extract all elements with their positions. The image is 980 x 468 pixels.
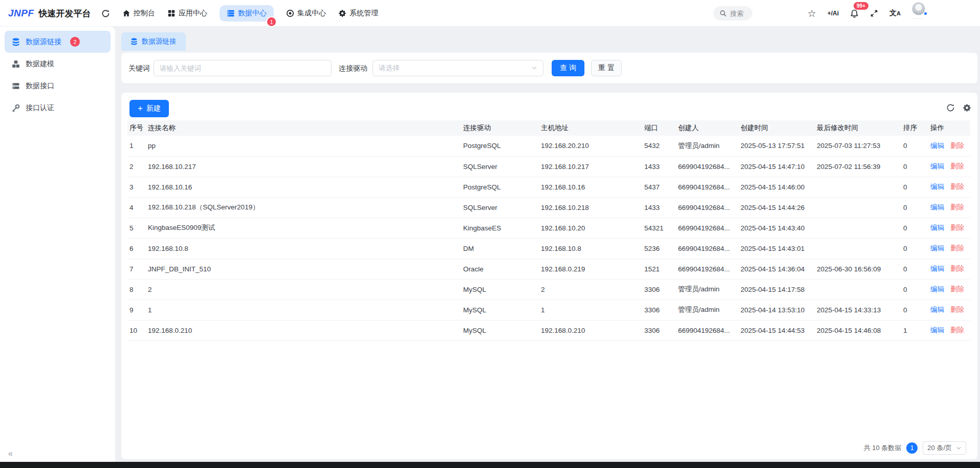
cell-actions: 编辑删除 [930,279,970,300]
keyword-label: 关键词 [128,53,150,83]
edit-link[interactable]: 编辑 [930,244,944,252]
cell-name: 192.168.10.218（SQLServer2019） [148,197,463,218]
driver-select[interactable]: 请选择 [373,60,543,76]
nav-item-system-management[interactable]: 系统管理 [338,9,378,18]
col-host: 主机地址 [541,120,644,136]
integration-icon [286,9,294,17]
table-settings-gear-icon[interactable] [963,103,971,112]
ai-assistant-icon[interactable]: +/Ai [827,10,839,17]
edit-link[interactable]: 编辑 [930,326,944,334]
database-icon [130,38,138,45]
cell-sort: 0 [903,156,930,177]
table-tools [946,103,971,112]
favorites-star-icon[interactable]: ☆ [808,9,816,18]
sidebar-menu: 数据源链接 2 数据建模 数据接口 接口认证 [0,27,115,119]
notifications-bell-icon[interactable]: 99+ [850,9,859,18]
nav-item-console[interactable]: 控制台 [122,9,155,18]
sidebar-badge: 2 [70,37,80,47]
cell-host: 192.168.0.210 [541,320,644,341]
sidebar-item-data-api[interactable]: 数据接口 [5,75,111,97]
nav-item-integration-center[interactable]: 集成中心 [286,9,326,18]
refresh-icon[interactable] [101,9,110,18]
gear-icon [338,9,346,17]
delete-link[interactable]: 删除 [950,244,964,252]
search-input[interactable] [730,10,751,17]
delete-link[interactable]: 删除 [950,326,964,334]
cell-index: 4 [127,197,148,218]
sidebar-item-data-modeling[interactable]: 数据建模 [5,53,111,75]
cell-created: 2025-04-14 13:53:10 [741,300,817,320]
cubes-icon [12,60,20,68]
table-row: 4 192.168.10.218（SQLServer2019） SQLServe… [127,197,970,218]
bottom-taskbar-strip [0,462,980,468]
table-row: 6 192.168.10.8 DM 192.168.10.8 5236 6699… [127,238,970,259]
fullscreen-icon[interactable] [870,9,878,17]
cell-index: 10 [127,320,148,341]
edit-link[interactable]: 编辑 [930,265,944,272]
cell-port: 5432 [644,136,678,156]
col-driver: 连接驱动 [463,120,541,136]
keyword-input[interactable] [154,60,332,76]
col-creator: 创建人 [678,120,741,136]
delete-link[interactable]: 删除 [950,162,964,170]
table-row: 5 KingbaseES0909测试 KingbaseES 192.168.10… [127,218,970,238]
cell-created: 2025-04-15 14:43:40 [741,218,817,238]
translate-icon[interactable]: 文A [889,9,901,18]
page-size-select[interactable]: 20 条/页 [923,441,966,455]
delete-link[interactable]: 删除 [950,203,964,211]
table-row: 8 2 MySQL 2 3306 管理员/admin 2025-04-15 14… [127,279,970,300]
edit-link[interactable]: 编辑 [930,203,944,211]
top-nav: 控制台 应用中心 数据中心 1 集成中心 系统管理 [101,0,378,27]
table-row: 10 192.168.0.210 MySQL 192.168.0.210 330… [127,320,970,341]
cell-creator: 管理员/admin [678,136,741,156]
pagination-page-1[interactable]: 1 [906,442,918,454]
edit-link[interactable]: 编辑 [930,183,944,190]
cell-created: 2025-04-15 14:44:53 [741,320,817,341]
sidebar-collapse-icon[interactable]: « [8,450,13,458]
col-created: 创建时间 [741,120,817,136]
nav-item-app-center[interactable]: 应用中心 [167,9,207,18]
table-body: 1 pp PostgreSQL 192.168.20.210 5432 管理员/… [127,136,970,341]
data-center-icon [227,9,235,17]
table-row: 2 192.168.10.217 SQLServer 192.168.10.21… [127,156,970,177]
pagination-total: 共 10 条数据 [864,443,902,453]
delete-link[interactable]: 删除 [950,285,964,293]
delete-link[interactable]: 删除 [950,306,964,313]
cell-sort: 0 [903,136,930,156]
avatar[interactable] [912,2,925,15]
new-button-label: 新建 [146,104,161,113]
table-row: 9 1 MySQL 1 3306 管理员/admin 2025-04-14 13… [127,300,970,320]
user-menu[interactable]: ····· [912,2,926,25]
nav-label: 应用中心 [179,9,207,18]
delete-link[interactable]: 删除 [950,183,964,190]
delete-link[interactable]: 删除 [950,265,964,272]
nav-label: 集成中心 [297,9,326,18]
cell-modified: 2025-06-30 16:56:09 [817,259,903,279]
nav-item-data-center[interactable]: 数据中心 1 [220,5,274,22]
edit-link[interactable]: 编辑 [930,162,944,170]
table-refresh-icon[interactable] [946,103,955,112]
cell-name: KingbaseES0909测试 [148,218,463,238]
sidebar-item-datasource-link[interactable]: 数据源链接 2 [5,31,111,53]
delete-link[interactable]: 删除 [950,224,964,231]
edit-link[interactable]: 编辑 [930,306,944,313]
sidebar-item-api-auth[interactable]: 接口认证 [5,97,111,119]
pagination: 共 10 条数据 1 20 条/页 [864,441,966,455]
global-search[interactable] [713,6,752,20]
cell-host: 2 [541,279,644,300]
new-button[interactable]: + 新建 [129,100,169,117]
cell-created: 2025-04-15 14:36:04 [741,259,817,279]
key-icon [12,104,20,112]
edit-link[interactable]: 编辑 [930,142,944,150]
search-button[interactable]: 查 询 [552,60,584,76]
cell-host: 192.168.20.210 [541,136,644,156]
edit-link[interactable]: 编辑 [930,224,944,231]
cell-port: 5236 [644,238,678,259]
nav-badge: 1 [266,16,277,27]
edit-link[interactable]: 编辑 [930,285,944,293]
delete-link[interactable]: 删除 [950,142,964,150]
reset-button[interactable]: 重 置 [591,60,622,76]
tab-datasource-link[interactable]: 数据源链接 [121,32,186,51]
chevron-down-icon [956,445,962,451]
cell-driver: KingbaseES [463,218,541,238]
